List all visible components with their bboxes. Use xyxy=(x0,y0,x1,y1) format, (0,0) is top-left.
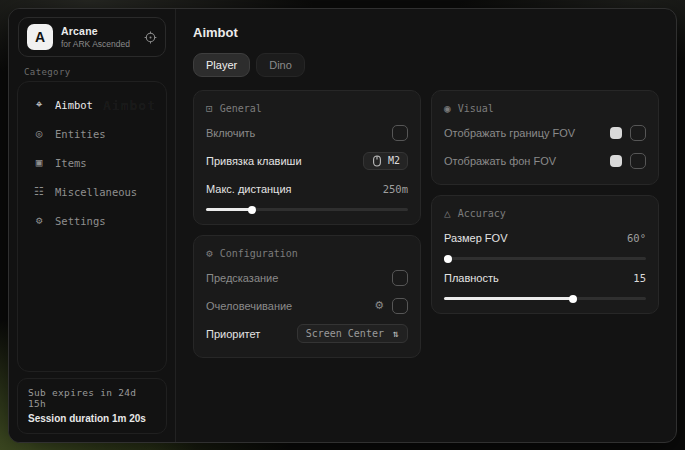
enable-row: Включить xyxy=(206,122,408,143)
fov-border-label: Отображать границу FOV xyxy=(444,127,575,139)
sidebar-item-label: Settings xyxy=(55,215,106,227)
max-distance-slider-thumb[interactable] xyxy=(248,206,256,214)
priority-select[interactable]: Screen Center ⇅ xyxy=(297,324,408,343)
sidebar-item-label: Miscellaneous xyxy=(55,186,137,198)
brand-text: Arcane for ARK Ascended xyxy=(61,25,130,49)
crosshair-icon: ⌖ xyxy=(32,98,46,111)
prediction-label: Предсказание xyxy=(206,272,278,284)
tab-player[interactable]: Player xyxy=(193,53,250,77)
enable-checkbox[interactable] xyxy=(392,125,408,141)
fov-border-controls xyxy=(610,125,646,141)
enable-label: Включить xyxy=(206,127,255,139)
visual-card-title: Visual xyxy=(458,103,494,114)
general-card-title: General xyxy=(220,103,262,114)
fov-size-label: Размер FOV xyxy=(444,232,507,244)
configuration-icon: ⚙ xyxy=(206,247,213,260)
max-distance-label: Макс. дистанция xyxy=(206,183,292,195)
visual-card-header: ◉ Visual xyxy=(444,102,646,115)
humanization-controls: ⚙ xyxy=(374,298,408,314)
max-distance-value: 250m xyxy=(383,183,408,195)
general-card: ⊡ General Включить Привязка клавиши xyxy=(193,90,421,225)
smoothness-value: 15 xyxy=(633,272,646,284)
sidebar-item-settings[interactable]: ⚙ Settings xyxy=(24,206,160,235)
sidebar-item-miscellaneous[interactable]: ☷ Miscellaneous xyxy=(24,177,160,206)
accuracy-icon: △ xyxy=(444,207,451,220)
fov-background-color-swatch[interactable] xyxy=(610,155,622,167)
page-title: Aimbot xyxy=(193,25,659,40)
sidebar-item-entities[interactable]: ◎ Entities xyxy=(24,119,160,148)
keybind-value: M2 xyxy=(388,155,400,166)
sidebar-nav: ⌖ Aimbot Aimbot ◎ Entities ▣ Items ☷ Mis… xyxy=(17,81,167,372)
accuracy-card-header: △ Accuracy xyxy=(444,207,646,220)
general-card-header: ⊡ General xyxy=(206,102,408,115)
prediction-checkbox[interactable] xyxy=(392,270,408,286)
keybind-button[interactable]: M2 xyxy=(363,152,408,170)
subscription-status: Sub expires in 24d 15h Session duration … xyxy=(17,378,167,434)
main-panel: Aimbot Player Dino ⊡ General Включить xyxy=(176,9,676,442)
sidebar-item-label: Aimbot xyxy=(55,99,93,111)
tab-dino[interactable]: Dino xyxy=(256,53,305,77)
fov-background-controls xyxy=(610,153,646,169)
right-column: ◉ Visual Отображать границу FOV Отобража… xyxy=(431,90,659,314)
sidebar-item-aimbot[interactable]: ⌖ Aimbot Aimbot xyxy=(24,90,160,119)
category-label: Category xyxy=(24,67,175,77)
brand-subtitle: for ARK Ascended xyxy=(61,39,130,49)
card-columns: ⊡ General Включить Привязка клавиши xyxy=(193,90,659,358)
priority-label: Приоритет xyxy=(206,328,260,340)
target-icon[interactable] xyxy=(144,31,157,44)
max-distance-slider[interactable] xyxy=(206,208,408,211)
accuracy-card: △ Accuracy Размер FOV 60° xyxy=(431,195,659,314)
smoothness-slider[interactable] xyxy=(444,297,646,300)
fov-background-checkbox[interactable] xyxy=(630,153,646,169)
sidebar-item-items[interactable]: ▣ Items xyxy=(24,148,160,177)
humanization-settings-icon[interactable]: ⚙ xyxy=(374,299,384,312)
tab-bar: Player Dino xyxy=(193,53,659,77)
smoothness-slider-fill xyxy=(444,297,573,300)
left-column: ⊡ General Включить Привязка клавиши xyxy=(193,90,421,358)
smoothness-row: Плавность 15 xyxy=(444,267,646,288)
fov-background-label: Отображать фон FOV xyxy=(444,155,556,167)
fov-size-slider-thumb[interactable] xyxy=(444,255,452,263)
cheat-menu-window: A Arcane for ARK Ascended Category ⌖ Aim… xyxy=(8,8,677,443)
fov-border-color-swatch[interactable] xyxy=(610,127,622,139)
gear-icon: ⚙ xyxy=(32,214,46,227)
prediction-row: Предсказание xyxy=(206,267,408,288)
brand-card: A Arcane for ARK Ascended xyxy=(18,17,166,57)
visual-card: ◉ Visual Отображать границу FOV Отобража… xyxy=(431,90,659,185)
general-icon: ⊡ xyxy=(206,102,213,115)
humanization-label: Очеловечивание xyxy=(206,300,292,312)
fov-size-value: 60° xyxy=(627,232,646,244)
max-distance-row: Макс. дистанция 250m xyxy=(206,178,408,199)
mouse-icon xyxy=(371,155,383,167)
fov-size-slider-fill xyxy=(444,257,448,260)
entities-icon: ◎ xyxy=(32,127,46,140)
keybind-row: Привязка клавиши M2 xyxy=(206,150,408,171)
visual-icon: ◉ xyxy=(444,102,451,115)
max-distance-slider-fill xyxy=(206,208,252,211)
fov-size-row: Размер FOV 60° xyxy=(444,227,646,248)
aimbot-watermark: Aimbot xyxy=(103,97,156,112)
chevron-up-down-icon: ⇅ xyxy=(393,328,399,339)
configuration-card-header: ⚙ Configuration xyxy=(206,247,408,260)
priority-select-value: Screen Center xyxy=(306,328,384,339)
smoothness-label: Плавность xyxy=(444,272,499,284)
fov-size-slider[interactable] xyxy=(444,257,646,260)
priority-row: Приоритет Screen Center ⇅ xyxy=(206,323,408,344)
accuracy-card-title: Accuracy xyxy=(458,208,506,219)
configuration-card: ⚙ Configuration Предсказание Очеловечива… xyxy=(193,235,421,358)
fov-border-row: Отображать границу FOV xyxy=(444,122,646,143)
sub-expiry-text: Sub expires in 24d 15h xyxy=(28,387,156,409)
keybind-label: Привязка клавиши xyxy=(206,155,302,167)
fov-background-row: Отображать фон FOV xyxy=(444,150,646,171)
smoothness-slider-thumb[interactable] xyxy=(569,295,577,303)
configuration-card-title: Configuration xyxy=(220,248,298,259)
package-icon: ▣ xyxy=(32,156,46,169)
sidebar-item-label: Items xyxy=(55,157,87,169)
brand-logo: A xyxy=(27,24,53,50)
brand-name: Arcane xyxy=(61,25,130,37)
humanization-row: Очеловечивание ⚙ xyxy=(206,295,408,316)
humanization-checkbox[interactable] xyxy=(392,298,408,314)
sidebar: A Arcane for ARK Ascended Category ⌖ Aim… xyxy=(9,9,176,442)
sidebar-item-label: Entities xyxy=(55,128,106,140)
fov-border-checkbox[interactable] xyxy=(630,125,646,141)
